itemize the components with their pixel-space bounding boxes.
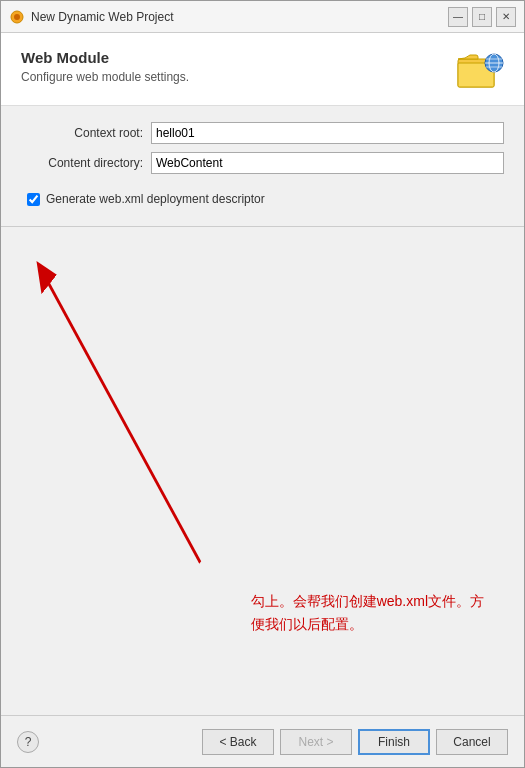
maximize-button[interactable]: □ [472,7,492,27]
next-button[interactable]: Next > [280,729,352,755]
window-title: New Dynamic Web Project [31,10,174,24]
back-button[interactable]: < Back [202,729,274,755]
footer-left: ? [17,731,39,753]
svg-point-1 [14,14,20,20]
annotation-line2: 便我们以后配置。 [251,616,363,632]
page-description: Configure web module settings. [21,70,189,84]
context-root-label: Context root: [21,126,151,140]
checkbox-row: Generate web.xml deployment descriptor [21,182,504,210]
eclipse-icon [9,9,25,25]
finish-button[interactable]: Finish [358,729,430,755]
context-root-input[interactable] [151,122,504,144]
content-directory-label: Content directory: [21,156,151,170]
generate-webxml-checkbox[interactable] [27,193,40,206]
annotation-line1: 勾上。会帮我们创建web.xml文件。方 [251,593,484,609]
help-button[interactable]: ? [17,731,39,753]
cancel-button[interactable]: Cancel [436,729,508,755]
svg-line-10 [43,273,200,563]
title-bar: New Dynamic Web Project — □ ✕ [1,1,524,33]
footer-right: < Back Next > Finish Cancel [202,729,508,755]
header-text: Web Module Configure web module settings… [21,49,189,84]
footer: ? < Back Next > Finish Cancel [1,715,524,767]
header-section: Web Module Configure web module settings… [1,33,524,106]
content-directory-row: Content directory: [21,152,504,174]
folder-world-icon [456,49,504,89]
context-root-row: Context root: [21,122,504,144]
generate-webxml-label[interactable]: Generate web.xml deployment descriptor [46,192,265,206]
main-body: 勾上。会帮我们创建web.xml文件。方 便我们以后配置。 [1,227,524,715]
annotation-text: 勾上。会帮我们创建web.xml文件。方 便我们以后配置。 [251,590,484,635]
form-section: Context root: Content directory: Generat… [1,106,524,227]
title-bar-controls: — □ ✕ [448,7,516,27]
dialog-window: New Dynamic Web Project — □ ✕ Web Module… [0,0,525,768]
content-directory-input[interactable] [151,152,504,174]
title-bar-left: New Dynamic Web Project [9,9,174,25]
close-button[interactable]: ✕ [496,7,516,27]
page-heading: Web Module [21,49,189,66]
annotation-arrow [1,227,524,715]
minimize-button[interactable]: — [448,7,468,27]
